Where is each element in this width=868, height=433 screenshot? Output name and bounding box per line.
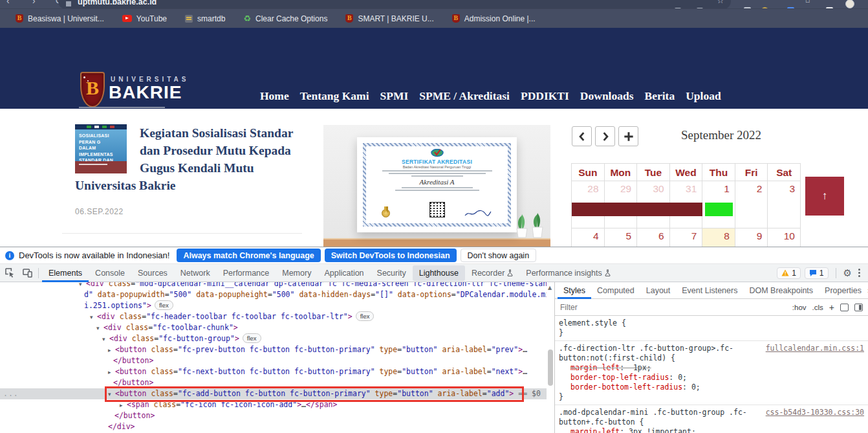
flex-badge[interactable]: flex (356, 311, 374, 321)
scroll-to-top-button[interactable]: ↑ (805, 177, 844, 216)
css-selector[interactable]: element.style { (559, 318, 626, 328)
tab-security[interactable]: Security (371, 264, 413, 282)
sidebar-tab-styles[interactable]: Styles (558, 282, 591, 299)
back-button[interactable]: ‹ (6, 0, 10, 6)
bookmark-item[interactable]: BAdmission Online |... (443, 9, 545, 28)
expand-arrow-icon[interactable]: ▾ (96, 323, 103, 334)
nav-item-berita[interactable]: Berita (645, 89, 675, 111)
css-selector[interactable]: .mod-dpcalendar-mini .fc-button-group .f… (559, 408, 747, 427)
dom-node[interactable]: ▾<div class="fc-header-toolbar fc-toolba… (0, 311, 554, 322)
tab-sources[interactable]: Sources (131, 264, 174, 282)
sidebar-tab-properties[interactable]: Properties (819, 282, 867, 299)
sidebar-tab-event-listeners[interactable]: Event Listeners (676, 282, 743, 299)
toggle-classes[interactable]: .cls (812, 304, 823, 311)
dom-node[interactable]: ▾<div class="mod-dpcalendar-mini__calend… (0, 282, 554, 289)
news-thumbnail[interactable]: SOSIALISASI PERAN G DALAM IMPLEMENTAS ST… (75, 124, 127, 173)
dom-node[interactable]: d" data-popupwidth="500" data-popupheigh… (0, 289, 554, 300)
bakrie-logo[interactable]: B (80, 72, 105, 107)
dom-node[interactable]: </button> (0, 410, 554, 421)
css-selector[interactable]: .fc-direction-ltr .fc-button-group>.fc-b… (559, 344, 733, 362)
dom-node[interactable]: </div> (0, 421, 554, 432)
css-property-name[interactable]: margin-left (570, 427, 620, 433)
switch-devtools-to-indonesian-button[interactable]: Switch DevTools to Indonesian (325, 249, 457, 262)
calendar-next-button[interactable] (595, 126, 615, 146)
dom-node[interactable]: ▾<div class="fc-button-group">flex (0, 333, 554, 344)
tab-memory[interactable]: Memory (276, 264, 318, 282)
tab-performance-insights[interactable]: Performance insights (519, 264, 616, 282)
warnings-badge[interactable]: 1 (777, 267, 801, 279)
css-property[interactable]: border-top-left-radius: 0; (559, 373, 864, 383)
nav-item-pddikti[interactable]: PDDIKTI (521, 89, 569, 111)
sidebar-tab-computed[interactable]: Computed (591, 282, 640, 299)
new-style-rule-button[interactable]: + (829, 302, 834, 313)
profile-avatar[interactable] (845, 0, 854, 8)
nav-item-tentang-kami[interactable]: Tentang Kami (300, 89, 369, 111)
device-toolbar-icon[interactable] (19, 266, 35, 280)
dom-node[interactable]: ▸<span class="fc-icon fc-icon-icon-add">… (0, 399, 554, 410)
calendar-event-bar[interactable] (705, 203, 733, 216)
nav-item-downloads[interactable]: Downloads (580, 89, 634, 111)
bookmark-star-icon[interactable]: ☆ (717, 0, 724, 5)
bookmark-item[interactable]: YouTube (113, 9, 176, 28)
tab-lighthouse[interactable]: Lighthouse (413, 265, 465, 281)
css-property[interactable]: margin-left: -1px; (559, 363, 864, 373)
scroll-up-arrow[interactable]: ▲ (548, 285, 552, 291)
expand-arrow-icon[interactable]: ▾ (90, 312, 97, 323)
sidebar-pane-icon[interactable] (854, 304, 863, 311)
tab-recorder[interactable]: Recorder (465, 264, 519, 282)
don-t-show-again-button[interactable]: Don't show again (461, 249, 537, 262)
dom-node-selected[interactable]: ...▾<button class="fc-add-button fc-butt… (0, 388, 554, 399)
flex-badge[interactable]: flex (243, 333, 261, 343)
address-bar[interactable]: uptmutu.bakrie.ac.id (58, 0, 731, 9)
calendar-prev-button[interactable] (572, 126, 592, 146)
styles-filter-input[interactable] (560, 303, 787, 312)
tab-performance[interactable]: Performance (217, 264, 276, 282)
css-property-name[interactable]: margin-left (570, 363, 620, 372)
forward-button[interactable]: › (32, 0, 36, 6)
css-property-name[interactable]: border-top-left-radius (570, 373, 669, 382)
dom-node[interactable]: ▸<button class="fc-prev-button fc-button… (0, 344, 554, 355)
css-property[interactable]: border-bottom-left-radius: 0; (559, 383, 864, 392)
dom-node[interactable]: </button> (0, 355, 554, 366)
expand-arrow-icon[interactable]: ▸ (108, 367, 115, 378)
bookmark-item[interactable]: BBeasiswa | Universit... (6, 9, 113, 28)
dom-node[interactable]: ▸<button class="fc-next-button fc-button… (0, 366, 554, 377)
tab-network[interactable]: Network (174, 264, 217, 282)
computed-grid-icon[interactable] (840, 304, 849, 311)
scrollbar-thumb[interactable] (548, 350, 553, 386)
bookmark-item[interactable]: smartdb (176, 9, 234, 28)
nav-item-spme-akreditasi[interactable]: SPME / Akreditasi (419, 89, 510, 111)
expand-arrow-icon[interactable]: ▸ (108, 345, 115, 356)
tab-console[interactable]: Console (89, 264, 131, 282)
flex-badge[interactable]: flex (155, 300, 173, 310)
calendar-add-button[interactable] (618, 126, 638, 146)
stylesheet-link[interactable]: css-b54d3-10330.css:30 (766, 408, 864, 417)
dom-node[interactable]: i.251.options">flex (0, 300, 554, 311)
stylesheet-link[interactable]: fullcalendar.min.css:1 (766, 344, 864, 353)
sidebar-tab-layout[interactable]: Layout (640, 282, 677, 299)
dom-node[interactable]: ▾<div class="fc-toolbar-chunk"> (0, 322, 554, 333)
always-match-chrome-s-language-button[interactable]: Always match Chrome's language (177, 249, 320, 262)
calendar-day-cell[interactable]: 3 (768, 181, 801, 228)
nav-item-upload[interactable]: Upload (686, 89, 721, 111)
home-icon[interactable]: ⌂ (805, 0, 810, 5)
expand-arrow-icon[interactable]: ▸ (120, 400, 127, 411)
bookmark-item[interactable]: ♻Clear Cache Options (234, 9, 336, 28)
tab-elements[interactable]: Elements (42, 264, 89, 282)
inspect-element-icon[interactable] (2, 266, 17, 280)
more-options-icon[interactable] (856, 269, 863, 277)
expand-arrow-icon[interactable]: ▾ (102, 334, 109, 345)
sidebar-tab-dom-breakpoints[interactable]: DOM Breakpoints (743, 282, 819, 299)
calendar-day-cell[interactable]: 2 (735, 181, 768, 228)
issues-badge[interactable]: 1 (805, 267, 829, 279)
nav-item-spmi[interactable]: SPMI (380, 89, 409, 111)
elements-scrollbar[interactable]: ▲ (547, 282, 554, 433)
toggle-hover-state[interactable]: :hov (792, 304, 807, 311)
expand-arrow-icon[interactable]: ▾ (108, 389, 115, 400)
tab-application[interactable]: Application (318, 264, 370, 282)
dom-node[interactable]: </button> (0, 377, 554, 388)
settings-gear-icon[interactable]: ⚙ (843, 267, 852, 279)
css-property-name[interactable]: border-bottom-left-radius (570, 383, 682, 392)
url-text[interactable]: uptmutu.bakrie.ac.id (78, 0, 157, 6)
bookmark-item[interactable]: BSMART | BAKRIE U... (336, 9, 442, 28)
